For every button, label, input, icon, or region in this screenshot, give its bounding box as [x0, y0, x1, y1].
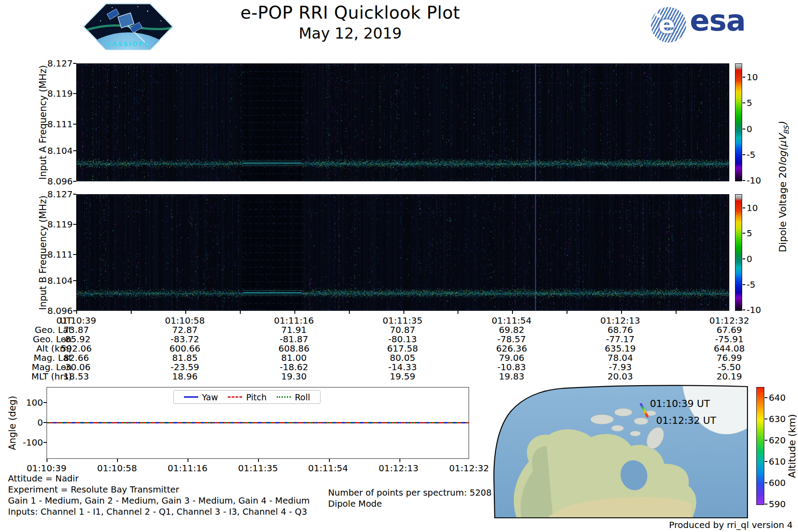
cb-a-tick: -5 — [747, 150, 755, 160]
page-title: e-POP RRI Quicklook Plot — [129, 3, 572, 23]
cell: 80.05 — [369, 353, 436, 363]
angle-xtick: 01:12:13 — [365, 463, 432, 473]
alt-tick: 620 — [769, 435, 786, 445]
cb-a-tick: -10 — [747, 176, 761, 185]
input-b-spectrogram-canvas — [77, 195, 729, 310]
cell: 01:10:58 — [152, 316, 218, 325]
spec-a-ytick: 8.111 — [35, 119, 73, 129]
cb-label-paren: (μV — [777, 134, 788, 151]
cell: 01:11:54 — [478, 316, 545, 325]
cell: 67.69 — [696, 325, 763, 335]
ground-track-map: 01:10:39 UT 01:12:32 UT — [491, 384, 750, 519]
cb-b-tick: 5 — [747, 228, 752, 238]
spec-a-ytick: 8.104 — [35, 146, 73, 156]
cb-b-tick: 0 — [747, 254, 752, 264]
spec-b-ytick: 8.111 — [35, 250, 73, 259]
spec-a-ytick: 8.119 — [35, 89, 73, 98]
points-note: Number of points per spectrum: 5208 — [328, 488, 492, 498]
legend-item-roll: Roll — [277, 392, 310, 402]
esa-globe-icon: e — [651, 7, 686, 43]
legend-item-yaw: Yaw — [184, 392, 218, 402]
angle-plot: Yaw Pitch Roll — [47, 387, 469, 459]
cell: -23.59 — [152, 363, 218, 372]
spec-a-ytick: 8.127 — [35, 59, 73, 68]
dipole-voltage-colorbar-label: Dipole Voltage 20log(μVBS) — [777, 122, 790, 252]
cb-a-tick: 10 — [747, 72, 758, 82]
altitude-colorbar — [756, 387, 764, 505]
angle-xtick: 01:11:54 — [295, 463, 361, 473]
spec-b-ytick: 8.096 — [35, 306, 73, 316]
input-b-spectrogram — [76, 194, 729, 311]
spec-b-ytick: 8.119 — [35, 219, 73, 229]
spec-a-ytick: 8.096 — [35, 176, 73, 186]
angle-ytick: 100 — [5, 398, 43, 407]
legend-label: Roll — [295, 392, 310, 402]
legend-label: Pitch — [246, 392, 266, 402]
roll-line-swatch-icon — [277, 396, 291, 398]
cb-label-post: ) — [777, 122, 788, 126]
cell: 20.19 — [696, 372, 763, 381]
cb-a-tick: 5 — [747, 98, 752, 108]
dipole-colorbar-a — [735, 63, 742, 181]
cell: 73.87 — [43, 325, 110, 335]
cell: 617.58 — [369, 344, 436, 353]
spec-b-ytick: 8.127 — [35, 189, 73, 199]
track-start-label: 01:10:39 UT — [650, 398, 710, 409]
cell: 19.83 — [478, 372, 545, 381]
cell: 01:12:13 — [587, 316, 653, 325]
cell: 81.00 — [261, 353, 327, 363]
cb-label-pre: Dipole Voltage 20 — [777, 166, 788, 252]
cell: 18.53 — [43, 372, 110, 381]
experiment-note: Experiment = Resolute Bay Transmitter — [8, 485, 179, 495]
cell: -85.92 — [43, 335, 110, 344]
cell: 644.08 — [696, 344, 763, 353]
input-a-spectrogram — [76, 63, 729, 181]
cb-label-sub: BS — [782, 126, 790, 135]
page-date: May 12, 2019 — [129, 24, 572, 42]
cb-a-tick: 0 — [747, 124, 752, 134]
cell: 626.36 — [478, 344, 545, 353]
cell: 82.66 — [43, 353, 110, 363]
cell: -83.72 — [152, 335, 218, 344]
cb-b-tick: -5 — [747, 280, 755, 289]
spectrogram-x-ticks — [76, 311, 730, 314]
cell: -78.57 — [478, 335, 545, 344]
angle-x-ticks — [47, 459, 470, 462]
cell: 19.59 — [369, 372, 436, 381]
cell: 79.06 — [478, 353, 545, 363]
cell: 608.86 — [261, 344, 327, 353]
cell: 01:11:16 — [261, 316, 327, 325]
angle-ytick: 0 — [5, 418, 43, 427]
legend-item-pitch: Pitch — [228, 392, 266, 402]
alt-tick: 640 — [769, 393, 786, 403]
esa-wordmark: esa — [690, 4, 746, 38]
cell: -77.17 — [587, 335, 653, 344]
cell: 592.06 — [43, 344, 110, 353]
cell: 01:11:35 — [369, 316, 436, 325]
title-block: e-POP RRI Quicklook Plot May 12, 2019 — [129, 3, 572, 42]
cell: -75.91 — [696, 335, 763, 344]
mode-note: Dipole Mode — [328, 499, 382, 509]
legend-label: Yaw — [202, 392, 218, 402]
cell: 635.19 — [587, 344, 653, 353]
dipole-colorbar-b — [735, 194, 742, 311]
alt-tick: 630 — [769, 414, 786, 424]
angle-xtick: 01:10:39 — [13, 463, 80, 473]
alt-tick: 610 — [769, 457, 786, 466]
attitude-note: Attitude = Nadir — [8, 473, 78, 484]
cell: 71.91 — [261, 325, 327, 335]
cell: -30.06 — [43, 363, 110, 372]
produced-by-note: Produced by rri_ql version 4 — [669, 520, 793, 530]
gains-note: Gain 1 - Medium, Gain 2 - Medium, Gain 3… — [8, 496, 310, 506]
spec-b-ytick: 8.104 — [35, 276, 73, 286]
cell: 69.82 — [478, 325, 545, 335]
cell: 18.96 — [152, 372, 218, 381]
cell: 01:12:32 — [696, 316, 763, 325]
cell: 68.76 — [587, 325, 653, 335]
angle-legend: Yaw Pitch Roll — [173, 390, 321, 404]
cell: 19.30 — [261, 372, 327, 381]
cell: 600.66 — [152, 344, 218, 353]
alt-tick: 590 — [769, 499, 786, 509]
cell: -81.87 — [261, 335, 327, 344]
angle-xtick: 01:11:35 — [225, 463, 291, 473]
